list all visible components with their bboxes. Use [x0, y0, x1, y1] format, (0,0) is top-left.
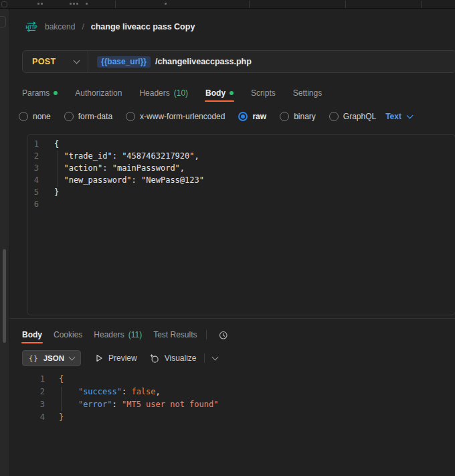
line-number: 6: [27, 198, 39, 210]
code-token: }: [54, 187, 59, 197]
response-tabs: BodyCookiesHeaders(11)Test Results: [22, 328, 228, 341]
request-title[interactable]: change liveacc pass Copy: [91, 22, 195, 31]
request-body-editor[interactable]: 1{2 "trade_id": "4587463217920",3 "actio…: [27, 134, 455, 315]
radio-icon: [19, 112, 28, 121]
code-token: "MT5 user not found": [122, 400, 219, 409]
body-mode-x-www-form-urlencoded[interactable]: x-www-form-urlencoded: [126, 112, 225, 121]
body-mode-row: noneform-datax-www-form-urlencodedrawbin…: [19, 108, 412, 125]
tab-icon-dot: [41, 3, 43, 5]
visualize-button[interactable]: Visualize: [149, 353, 197, 364]
preview-label: Preview: [108, 353, 137, 363]
tab-icon-dot: [73, 3, 75, 5]
sidebar-cut-button[interactable]: [0, 16, 6, 27]
method-label: POST: [32, 57, 56, 66]
postman-app-window: { "breadcrumb": { "protocol": "HTTP", "c…: [0, 0, 455, 476]
code-line: 4}: [0, 411, 455, 424]
response-body-viewer[interactable]: 1{2 "success": false,3 "error": "MT5 use…: [0, 373, 455, 424]
code-text: }: [59, 411, 64, 424]
line-number: 3: [0, 398, 45, 411]
request-tab-headers[interactable]: Headers(10): [139, 86, 188, 100]
line-number: 4: [0, 411, 45, 424]
code-line: 2 "success": false,: [0, 386, 455, 398]
braces-icon: {}: [29, 354, 39, 362]
request-tab-params[interactable]: Params: [22, 86, 58, 100]
play-outline-icon: [95, 354, 103, 362]
code-token: "trade_id": "4587463217920",: [54, 151, 199, 161]
toolbar-divider: [204, 353, 205, 363]
clock-history-icon: [218, 330, 228, 340]
body-mode-none[interactable]: none: [19, 112, 51, 121]
body-mode-form-data[interactable]: form-data: [64, 112, 112, 121]
indent-guide: [58, 151, 58, 187]
code-text: }: [54, 186, 59, 198]
code-text: "error": "MT5 user not found": [59, 398, 218, 411]
chevron-down-icon: [74, 58, 80, 64]
method-selector[interactable]: POST: [23, 51, 88, 72]
visualize-magic-icon: [149, 353, 159, 364]
tab-icon-dot: [70, 3, 72, 5]
raw-language-selector[interactable]: Text: [385, 112, 412, 121]
body-mode-graphql[interactable]: GraphQL: [329, 112, 376, 121]
line-number: 1: [0, 373, 45, 386]
radio-icon: [329, 112, 339, 121]
response-tab-cookies[interactable]: Cookies: [54, 328, 82, 341]
line-number: 1: [27, 138, 39, 150]
tab-count-badge: (10): [174, 88, 188, 98]
code-token: ,: [156, 387, 161, 396]
code-token: [59, 400, 78, 409]
code-text: "new_password": "NewPass@123": [54, 174, 204, 186]
tab-icon-dot: [76, 3, 78, 5]
code-text: "action": "mainPassword",: [54, 162, 185, 174]
request-tab-scripts[interactable]: Scripts: [251, 86, 276, 100]
response-section-divider: [9, 318, 455, 319]
tab-label: Test Results: [153, 330, 197, 339]
svg-text:HTTP: HTTP: [25, 25, 37, 29]
request-tab-body[interactable]: Body: [205, 86, 234, 100]
request-history-button[interactable]: [218, 330, 228, 340]
tab-label: Settings: [293, 88, 322, 98]
tab-count-badge: (11): [128, 330, 142, 339]
tab-label: Params: [22, 88, 50, 98]
response-tab-test-results[interactable]: Test Results: [153, 328, 197, 341]
tab-separator: [345, 1, 346, 8]
radio-selected-icon: [238, 112, 248, 121]
breadcrumb-collection[interactable]: bakcend: [45, 22, 75, 31]
green-status-dot: [230, 91, 234, 95]
request-tab-authorization[interactable]: Authorization: [75, 86, 122, 100]
chevron-down-icon: [69, 354, 76, 361]
line-number: 2: [27, 150, 39, 162]
preview-button[interactable]: Preview: [95, 353, 137, 363]
tab-separator: [249, 1, 250, 8]
http-request-icon: HTTP: [25, 21, 38, 32]
tabs-divider: [206, 330, 207, 339]
breadcrumb: HTTP bakcend / change liveacc pass Copy: [25, 20, 195, 33]
code-line: 1{: [0, 373, 455, 386]
body-mode-binary[interactable]: binary: [280, 112, 316, 121]
url-variable-chip[interactable]: {{base_url}}: [97, 56, 151, 68]
body-mode-label: binary: [294, 112, 316, 121]
code-text: "success": false,: [59, 386, 161, 398]
response-tab-headers[interactable]: Headers(11): [94, 328, 142, 341]
code-line: 3 "error": "MT5 user not found": [0, 398, 455, 411]
indent-guide: [61, 387, 62, 411]
code-line: 1{: [27, 138, 455, 150]
response-toolbar: {} JSON Preview Visualize: [22, 350, 217, 366]
code-text: "trade_id": "4587463217920",: [54, 150, 199, 162]
tab-label: Headers: [139, 88, 169, 98]
code-token: "new_password": "NewPass@123": [54, 175, 204, 185]
tab-label: Body: [22, 330, 42, 339]
more-formats-chevron[interactable]: [212, 354, 219, 361]
response-tab-body[interactable]: Body: [22, 328, 42, 341]
raw-language-label: Text: [385, 112, 401, 121]
request-tab-settings[interactable]: Settings: [293, 86, 322, 100]
code-token: [59, 387, 78, 396]
tab-label: Body: [205, 88, 225, 98]
response-format-button[interactable]: {} JSON: [22, 350, 81, 366]
code-token: success: [83, 387, 117, 396]
url-input[interactable]: {{base_url}} /changeliveaccpass.php: [88, 51, 455, 72]
body-mode-raw[interactable]: raw: [238, 112, 266, 121]
code-line: 2 "trade_id": "4587463217920",: [27, 150, 455, 162]
tab-icon-dot: [165, 3, 167, 5]
code-line: 5}: [27, 186, 455, 198]
sidebar-scrollbar-thumb[interactable]: [3, 249, 6, 343]
